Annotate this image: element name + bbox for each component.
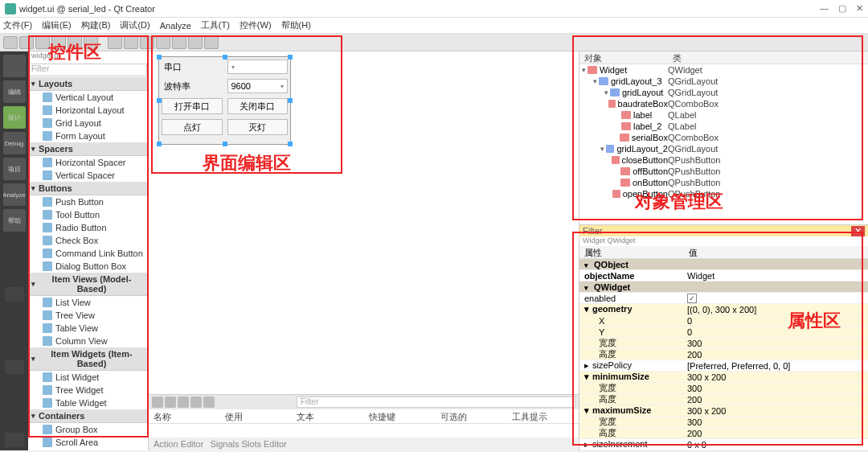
property-row[interactable]: X0	[579, 315, 868, 327]
widget-item[interactable]: Table View	[28, 322, 148, 335]
action-tool-button[interactable]	[203, 397, 215, 408]
property-row[interactable]: ▸sizePolicy[Preferred, Preferred, 0, 0]	[579, 360, 868, 372]
widget-item[interactable]: Command Link Button	[28, 247, 148, 260]
widget-item[interactable]: Horizontal Layout	[28, 104, 148, 117]
close-button[interactable]: ✕	[856, 3, 863, 14]
form-designer[interactable]: 串口 波特率9600 打开串口关闭串口 点灯灭灯	[149, 51, 579, 394]
run-button[interactable]	[5, 433, 24, 447]
object-row[interactable]: labelQLabel	[579, 109, 868, 121]
toolbar-button[interactable]	[156, 36, 170, 49]
off-button[interactable]: 灭灯	[227, 119, 289, 135]
widget-item[interactable]: Table Widget	[28, 397, 148, 409]
action-filter[interactable]: Filter	[297, 397, 575, 408]
widget-item[interactable]: Radio Button	[28, 221, 148, 234]
widget-item[interactable]: Form Layout	[28, 129, 148, 142]
action-tool-button[interactable]	[165, 397, 176, 408]
property-row[interactable]: ▾ QWidget	[579, 281, 868, 293]
object-row[interactable]: offButtonQPushButton	[579, 166, 868, 177]
toolbar-button[interactable]	[35, 36, 50, 49]
object-row[interactable]: ▾gridLayoutQGridLayout	[579, 87, 868, 98]
object-tree[interactable]: ▾WidgetQWidget▾gridLayout_3QGridLayout▾g…	[579, 64, 868, 224]
widget-item[interactable]: Tree View	[28, 309, 148, 322]
widget-item[interactable]: List Widget	[28, 371, 148, 384]
widget-item[interactable]: Tool Box	[28, 449, 148, 450]
object-row[interactable]: ▾WidgetQWidget	[579, 64, 868, 76]
object-row[interactable]: openButtonQPushButton	[579, 188, 868, 199]
property-row[interactable]: ▸sizeIncrement0 x 0	[579, 439, 868, 450]
widget-item[interactable]: Check Box	[28, 234, 148, 247]
mode-button[interactable]	[3, 55, 26, 77]
property-row[interactable]: 宽度300	[579, 338, 868, 349]
action-tool-button[interactable]	[178, 397, 189, 408]
toolbar-button[interactable]	[51, 36, 66, 49]
menu-item[interactable]: 帮助(H)	[281, 19, 311, 31]
widget-category[interactable]: Item Views (Model-Based)	[28, 273, 148, 296]
object-row[interactable]: ▾gridLayout_3QGridLayout	[579, 76, 868, 87]
run-button[interactable]	[5, 287, 24, 302]
widget-category[interactable]: Item Widgets (Item-Based)	[28, 347, 148, 371]
toolbar-button[interactable]	[140, 36, 154, 49]
toolbar-button[interactable]	[172, 36, 186, 49]
property-row[interactable]: ▾ QObject	[579, 259, 868, 270]
toolbar-button[interactable]	[68, 36, 82, 49]
widget-item[interactable]: Tool Button	[28, 208, 148, 221]
property-list[interactable]: ▾ QObjectobjectNameWidget▾ QWidgetenable…	[579, 259, 868, 450]
object-row[interactable]: closeButtonQPushButton	[579, 154, 868, 166]
widget-item[interactable]: Push Button	[28, 195, 148, 208]
property-row[interactable]: 宽度300	[579, 383, 868, 394]
mode-button[interactable]: 设计	[3, 106, 26, 129]
maximize-button[interactable]: ▢	[838, 3, 846, 14]
object-row[interactable]: serialBoxQComboBox	[579, 132, 868, 143]
property-row[interactable]: ▾maximumSize300 x 200	[579, 405, 868, 417]
menu-item[interactable]: 文件(F)	[3, 19, 32, 31]
object-row[interactable]: ▾gridLayout_2QGridLayout	[579, 143, 868, 154]
widget-item[interactable]: List View	[28, 296, 148, 309]
widget-item[interactable]: Scroll Area	[28, 436, 148, 449]
toolbar-button[interactable]	[3, 36, 18, 49]
property-row[interactable]: 高度200	[579, 349, 868, 360]
mode-button[interactable]: Debug	[3, 132, 26, 154]
property-row[interactable]: 高度200	[579, 428, 868, 439]
toolbar-button[interactable]	[19, 36, 34, 49]
mode-button[interactable]: 帮助	[3, 209, 26, 232]
widget-item[interactable]: Horizontal Spacer	[28, 156, 148, 169]
baud-combo[interactable]: 9600	[227, 79, 289, 93]
on-button[interactable]: 点灯	[162, 119, 223, 135]
widget-item[interactable]: Column View	[28, 335, 148, 347]
widget-item[interactable]: Tree Widget	[28, 384, 148, 397]
menu-item[interactable]: 构建(B)	[81, 19, 111, 31]
property-row[interactable]: Y0	[579, 327, 868, 338]
menu-item[interactable]: 工具(T)	[201, 19, 230, 31]
property-row[interactable]: objectNameWidget	[579, 270, 868, 281]
prop-close-icon[interactable]: ✕	[851, 226, 865, 236]
property-row[interactable]: 宽度300	[579, 417, 868, 428]
open-button[interactable]: 打开串口	[162, 98, 223, 114]
run-button[interactable]	[5, 360, 24, 374]
widget-item[interactable]: Vertical Layout	[28, 91, 148, 104]
menu-item[interactable]: 调试(D)	[120, 19, 149, 31]
widget-category[interactable]: Layouts	[28, 77, 148, 91]
toolbar-button[interactable]	[204, 36, 219, 49]
widget-category[interactable]: Containers	[28, 409, 148, 423]
bottom-tab[interactable]: Signals Slots Editor	[210, 439, 286, 449]
minimize-button[interactable]: —	[820, 3, 829, 14]
widget-item[interactable]: Vertical Spacer	[28, 169, 148, 182]
object-row[interactable]: baudrateBoxQComboBox	[579, 98, 868, 109]
widget-item[interactable]: Group Box	[28, 423, 148, 436]
property-row[interactable]: ▾minimumSize300 x 200	[579, 372, 868, 383]
bottom-tab[interactable]: Action Editor	[154, 439, 203, 449]
toolbar-button[interactable]	[84, 36, 98, 49]
widget-category[interactable]: Buttons	[28, 182, 148, 195]
mode-button[interactable]: 项目	[3, 158, 26, 180]
widget-item[interactable]: Dialog Button Box	[28, 260, 148, 273]
mode-button[interactable]: 编辑	[3, 80, 26, 103]
object-row[interactable]: label_2QLabel	[579, 121, 868, 132]
menu-item[interactable]: 编辑(E)	[42, 19, 72, 31]
widget-filter[interactable]: Filter	[29, 64, 147, 76]
toolbar-button[interactable]	[108, 36, 122, 49]
widget-category[interactable]: Spacers	[28, 142, 148, 156]
action-tool-button[interactable]	[190, 397, 202, 408]
form-widget[interactable]: 串口 波特率9600 打开串口关闭串口 点灯灭灯	[158, 56, 291, 145]
action-tool-button[interactable]	[152, 397, 163, 408]
mode-button[interactable]: Analyze	[3, 183, 26, 206]
